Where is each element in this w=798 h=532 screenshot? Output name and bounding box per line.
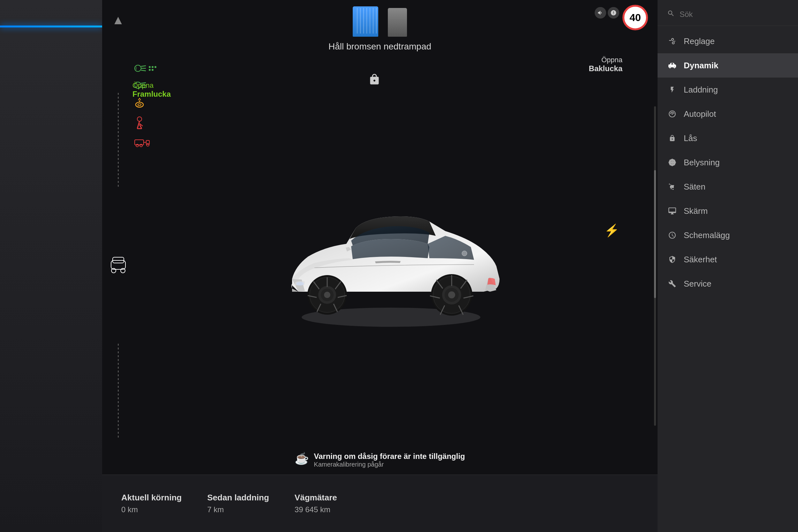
volume-icon[interactable] <box>595 7 606 19</box>
svg-line-7 <box>141 70 146 71</box>
sidebar-item-dynamik[interactable]: Dynamik <box>658 53 798 78</box>
sidebar-item-sakerhet[interactable]: Säkerhet <box>658 247 798 271</box>
steering-icon <box>667 109 677 119</box>
seat-icon <box>667 182 677 192</box>
right-sidebar: Reglage Dynamik Laddning <box>658 0 798 532</box>
sidebar-label-schemalag: Schemalägg <box>684 230 730 240</box>
svg-point-58 <box>671 161 674 164</box>
svg-rect-0 <box>111 261 126 269</box>
tesla-car-svg <box>267 177 515 330</box>
svg-line-6 <box>141 66 146 66</box>
sidebar-item-laddning[interactable]: Laddning <box>658 78 798 102</box>
tire-pressure-icon: ! <box>134 98 145 109</box>
sidebar-item-las[interactable]: Lås <box>658 126 798 150</box>
svg-point-19 <box>137 117 142 121</box>
stat-label-2: Vägmätare <box>294 493 337 502</box>
sidebar-item-belysning[interactable]: Belysning <box>658 150 798 175</box>
car-outline-icon <box>110 254 127 278</box>
sidebar-item-reglage[interactable]: Reglage <box>658 29 798 53</box>
main-content: 40 ▲ ▼ Håll bromsen nedtrampad <box>102 0 658 532</box>
sidebar-label-laddning: Laddning <box>684 85 718 95</box>
seatbelt-icon <box>134 116 145 129</box>
vert-indicator: ▲ ▼ <box>110 0 126 532</box>
dotted-line <box>118 93 119 189</box>
driver-warning: ☕ Varning om dåsig förare är inte tillgä… <box>294 452 465 468</box>
stat-label-1: Sedan laddning <box>207 493 269 502</box>
shield-icon <box>667 254 677 265</box>
dotted-line-2 <box>118 344 119 439</box>
sidebar-item-saten[interactable]: Säten <box>658 175 798 199</box>
sidebar-label-sakerhet: Säkerhet <box>684 255 717 265</box>
car-display <box>150 45 632 462</box>
svg-rect-24 <box>135 140 144 145</box>
bolt-icon <box>667 84 677 95</box>
sidebar-item-service[interactable]: Service <box>658 271 798 296</box>
sidebar-label-dynamik: Dynamik <box>684 61 718 71</box>
brake-pedals <box>353 6 407 37</box>
sidebar-label-belysning: Belysning <box>684 158 720 168</box>
sidebar-label-service: Service <box>684 279 711 289</box>
coffee-icon: ☕ <box>294 452 309 465</box>
bottom-stats: Aktuell körning 0 km Sedan laddning 7 km… <box>102 475 658 532</box>
arrow-up-icon: ▲ <box>112 13 125 27</box>
scroll-bar[interactable] <box>654 106 656 425</box>
trailer-icon <box>134 137 150 148</box>
sound-icons <box>595 7 619 19</box>
gas-pedal <box>388 8 407 37</box>
sidebar-label-autopilot: Autopilot <box>684 109 716 119</box>
stat-value-2: 39 645 km <box>294 505 337 514</box>
stat-odometer: Vägmätare 39 645 km <box>294 493 337 514</box>
sidebar-item-schemalag[interactable]: Schemalägg <box>658 223 798 247</box>
wrench-icon <box>667 279 677 289</box>
warning-main-text: Varning om dåsig förare är inte tillgäng… <box>314 452 465 461</box>
nav-items: Reglage Dynamik Laddning <box>658 26 798 532</box>
scroll-thumb[interactable] <box>654 170 656 298</box>
sidebar-label-reglage: Reglage <box>684 36 715 46</box>
alert-icon <box>608 7 619 19</box>
svg-point-4 <box>135 65 141 72</box>
speed-limit: 40 <box>623 5 648 30</box>
search-icon <box>667 10 675 19</box>
stat-label-0: Aktuell körning <box>121 493 182 502</box>
warning-sub-text: Kamerakalibrering pågår <box>314 461 465 468</box>
stat-value-0: 0 km <box>121 505 182 514</box>
left-panel <box>0 0 102 532</box>
svg-point-55 <box>448 291 455 298</box>
car-icon <box>667 60 677 71</box>
sidebar-label-skarm: Skärm <box>684 206 708 216</box>
sidebar-item-skarm[interactable]: Skärm <box>658 199 798 223</box>
svg-point-16 <box>138 104 141 106</box>
stat-value-1: 7 km <box>207 505 269 514</box>
search-bar <box>658 0 798 26</box>
svg-point-56 <box>462 251 467 256</box>
search-input[interactable] <box>680 10 788 19</box>
brake-pedal <box>353 6 378 37</box>
stat-current-drive: Aktuell körning 0 km <box>121 493 182 514</box>
svg-text:!: ! <box>137 104 138 107</box>
toggle-icon <box>667 36 677 46</box>
monitor-icon <box>667 206 677 216</box>
lock-nav-icon <box>667 133 677 143</box>
warning-text-block: Varning om dåsig förare är inte tillgäng… <box>314 452 465 468</box>
svg-line-20 <box>137 121 139 129</box>
light-icon <box>667 157 677 168</box>
svg-point-43 <box>324 292 330 298</box>
sidebar-item-autopilot[interactable]: Autopilot <box>658 102 798 126</box>
charging-indicator: ⚡ <box>604 223 619 238</box>
svg-point-15 <box>136 102 143 107</box>
sidebar-label-saten: Säten <box>684 182 705 192</box>
top-bar: 40 <box>585 0 658 35</box>
clock-icon <box>667 230 677 240</box>
headlight-icon <box>134 64 146 73</box>
stat-since-charge: Sedan laddning 7 km <box>207 493 269 514</box>
svg-point-31 <box>296 282 304 286</box>
sidebar-label-las: Lås <box>684 133 697 143</box>
